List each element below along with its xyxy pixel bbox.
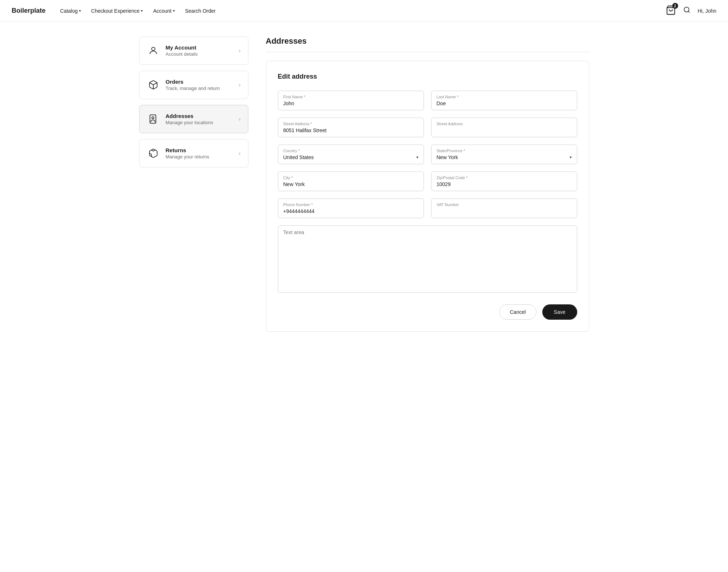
sidebar-item-orders-title: Orders xyxy=(166,79,233,85)
street-address2-field: Street Address xyxy=(431,118,577,137)
sidebar-item-orders[interactable]: Orders Track, manage and return › xyxy=(139,71,248,99)
city-label: City * xyxy=(283,175,418,180)
section-title: Addresses xyxy=(266,36,589,46)
edit-address-card: Edit address First Name * Last Name * St… xyxy=(266,61,589,332)
brand-logo[interactable]: Boilerplate xyxy=(12,7,46,15)
state-label: State/Province * xyxy=(437,149,572,153)
notes-textarea[interactable] xyxy=(283,229,572,288)
page-layout: My Account Account details › Orders Trac… xyxy=(127,22,601,346)
nav-checkout-experience[interactable]: Checkout Experience ▾ xyxy=(91,8,143,14)
vat-label: VAT Number xyxy=(437,202,572,207)
sidebar-item-my-account-title: My Account xyxy=(166,44,233,51)
first-name-label: First Name * xyxy=(283,95,418,99)
city-zip-row: City * Zip/Postal Code * xyxy=(278,171,577,191)
phone-vat-row: Phone Number * VAT Number xyxy=(278,198,577,218)
vat-field: VAT Number xyxy=(431,198,577,218)
textarea-row xyxy=(278,225,577,293)
sidebar-item-orders-sub: Track, manage and return xyxy=(166,86,233,91)
cart-badge: 2 xyxy=(672,3,678,9)
chevron-down-icon: ▾ xyxy=(173,9,175,13)
country-state-row: Country * United States Canada United Ki… xyxy=(278,145,577,164)
phone-label: Phone Number * xyxy=(283,202,418,207)
section-divider xyxy=(266,52,589,52)
zip-field: Zip/Postal Code * xyxy=(431,171,577,191)
country-select[interactable]: United States Canada United Kingdom xyxy=(283,154,418,160)
nav-account[interactable]: Account ▾ xyxy=(153,8,175,14)
country-field: Country * United States Canada United Ki… xyxy=(278,145,424,164)
chevron-down-icon: ▾ xyxy=(79,9,81,13)
navbar: Boilerplate Catalog ▾ Checkout Experienc… xyxy=(0,0,728,22)
main-content: Addresses Edit address First Name * Last… xyxy=(266,36,589,332)
city-input[interactable] xyxy=(283,181,418,187)
first-name-input[interactable] xyxy=(283,100,418,106)
svg-point-3 xyxy=(151,47,155,51)
state-field: State/Province * New York California Tex… xyxy=(431,145,577,164)
sidebar-item-addresses-title: Addresses xyxy=(166,113,233,119)
search-icon xyxy=(683,6,690,13)
form-title: Edit address xyxy=(278,73,577,80)
chevron-right-icon: › xyxy=(239,48,241,54)
zip-label: Zip/Postal Code * xyxy=(437,175,572,180)
vat-input[interactable] xyxy=(437,208,572,214)
sidebar-item-returns-sub: Manage your returns xyxy=(166,154,233,159)
return-box-icon xyxy=(147,147,160,160)
sidebar-item-returns-title: Returns xyxy=(166,147,233,153)
form-actions: Cancel Save xyxy=(278,304,577,320)
sidebar-item-returns[interactable]: Returns Manage your returns › xyxy=(139,139,248,167)
greeting-text: Hi, John xyxy=(698,8,716,14)
sidebar-item-my-account[interactable]: My Account Account details › xyxy=(139,36,248,65)
svg-point-6 xyxy=(151,117,154,119)
chevron-right-icon: › xyxy=(239,116,241,122)
street-address-input[interactable] xyxy=(283,127,418,133)
name-row: First Name * Last Name * xyxy=(278,91,577,110)
zip-input[interactable] xyxy=(437,181,572,187)
street-address2-input[interactable] xyxy=(437,127,572,133)
first-name-field: First Name * xyxy=(278,91,424,110)
search-button[interactable] xyxy=(683,6,690,15)
street-row: Street Address * Street Address xyxy=(278,118,577,137)
textarea-field xyxy=(278,225,577,293)
sidebar-item-my-account-sub: Account details xyxy=(166,51,233,57)
user-icon xyxy=(147,44,160,57)
state-select[interactable]: New York California Texas xyxy=(437,154,572,160)
address-book-icon xyxy=(147,113,160,126)
nav-links: Catalog ▾ Checkout Experience ▾ Account … xyxy=(60,8,654,14)
nav-right: 2 Hi, John xyxy=(666,5,716,16)
save-button[interactable]: Save xyxy=(542,304,577,320)
sidebar-item-addresses-sub: Manage your locations xyxy=(166,120,233,125)
chevron-right-icon: › xyxy=(239,150,241,156)
cancel-button[interactable]: Cancel xyxy=(499,304,536,320)
cart-button[interactable]: 2 xyxy=(666,5,676,16)
street-address-field: Street Address * xyxy=(278,118,424,137)
street-address-label: Street Address * xyxy=(283,122,418,126)
chevron-right-icon: › xyxy=(239,82,241,88)
street-address2-label: Street Address xyxy=(437,122,572,126)
svg-point-1 xyxy=(684,7,689,12)
nav-catalog[interactable]: Catalog ▾ xyxy=(60,8,81,14)
sidebar-item-addresses[interactable]: Addresses Manage your locations › xyxy=(139,105,248,133)
chevron-down-icon: ▾ xyxy=(141,9,143,13)
sidebar: My Account Account details › Orders Trac… xyxy=(139,36,248,332)
country-label: Country * xyxy=(283,149,418,153)
phone-input[interactable] xyxy=(283,208,418,214)
last-name-label: Last Name * xyxy=(437,95,572,99)
last-name-field: Last Name * xyxy=(431,91,577,110)
box-icon xyxy=(147,78,160,91)
svg-line-2 xyxy=(688,11,690,13)
phone-field: Phone Number * xyxy=(278,198,424,218)
last-name-input[interactable] xyxy=(437,100,572,106)
nav-search-order[interactable]: Search Order xyxy=(185,8,216,14)
city-field: City * xyxy=(278,171,424,191)
